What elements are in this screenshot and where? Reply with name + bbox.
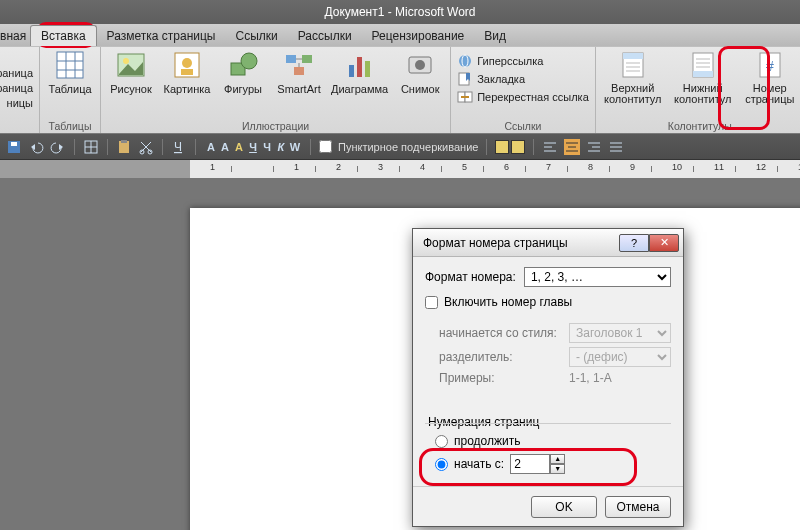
dialog-title: Формат номера страницы	[423, 236, 568, 250]
svg-point-6	[123, 58, 129, 64]
bookmark-button[interactable]: Закладка	[457, 71, 589, 87]
continue-label: продолжить	[454, 434, 520, 448]
bookmark-label: Закладка	[477, 73, 525, 85]
tab-home-cut[interactable]: вная	[0, 26, 30, 46]
svg-rect-41	[11, 142, 17, 146]
picture-icon	[115, 49, 147, 81]
screenshot-button[interactable]: Снимок	[396, 49, 444, 95]
svg-point-11	[241, 53, 257, 69]
footer-button[interactable]: Нижнийколонтитул	[672, 49, 734, 105]
tab-review[interactable]: Рецензирование	[362, 26, 475, 46]
chart-icon	[344, 49, 376, 81]
spin-down[interactable]: ▼	[550, 464, 565, 474]
chart-button[interactable]: Диаграмма	[331, 49, 388, 95]
style-letters: AAAЧЧКW	[204, 141, 302, 153]
screenshot-icon	[404, 49, 436, 81]
svg-point-8	[182, 58, 192, 68]
svg-rect-12	[286, 55, 296, 63]
page-number-format-dialog: Формат номера страницы ? ✕ Формат номера…	[412, 228, 684, 527]
footer-label: Нижнийколонтитул	[674, 83, 732, 105]
dotted-underline-checkbox[interactable]	[319, 140, 332, 153]
separator-label: разделитель:	[439, 350, 563, 364]
tab-references[interactable]: Ссылки	[225, 26, 287, 46]
cancel-button[interactable]: Отмена	[605, 496, 671, 518]
svg-point-22	[459, 55, 471, 67]
smartart-label: SmartArt	[277, 83, 320, 95]
svg-rect-9	[181, 69, 193, 75]
page-number-button[interactable]: # Номерстраницы	[742, 49, 798, 105]
page-number-icon: #	[754, 49, 786, 81]
align-center-icon[interactable]	[564, 139, 580, 155]
number-format-label: Формат номера:	[425, 270, 516, 284]
examples-label: Примеры:	[439, 371, 563, 385]
links-group-label: Ссылки	[504, 118, 541, 132]
ok-button[interactable]: OK	[531, 496, 597, 518]
chart-label: Диаграмма	[331, 83, 388, 95]
ribbon: раница раница ницы Таблица Таблицы Рисун…	[0, 46, 800, 134]
pages-cut-1: раница	[0, 67, 33, 80]
underline-icon[interactable]: Ч	[171, 139, 187, 155]
bookmark-icon	[457, 71, 473, 87]
picture-button[interactable]: Рисунок	[107, 49, 155, 95]
number-format-select[interactable]: 1, 2, 3, …	[524, 267, 671, 287]
headerfooter-group-label: Колонтитулы	[668, 118, 732, 132]
redo-icon[interactable]	[50, 139, 66, 155]
ribbon-tabs: вная Вставка Разметка страницы Ссылки Ра…	[0, 24, 800, 46]
save-icon[interactable]	[6, 139, 22, 155]
smartart-button[interactable]: SmartArt	[275, 49, 323, 95]
spin-up[interactable]: ▲	[550, 454, 565, 464]
shapes-icon	[227, 49, 259, 81]
clipart-label: Картинка	[164, 83, 211, 95]
table-icon-small[interactable]	[83, 139, 99, 155]
align-justify-icon[interactable]	[608, 139, 624, 155]
undo-icon[interactable]	[28, 139, 44, 155]
paste-icon[interactable]	[116, 139, 132, 155]
header-icon	[617, 49, 649, 81]
include-chapter-checkbox[interactable]	[425, 296, 438, 309]
continue-radio[interactable]	[435, 435, 448, 448]
align-right-icon[interactable]	[586, 139, 602, 155]
start-at-radio[interactable]	[435, 458, 448, 471]
table-button[interactable]: Таблица	[46, 49, 94, 95]
mini-toolbar: Ч AAAЧЧКW Пунктирное подчеркивание	[0, 134, 800, 160]
tab-view[interactable]: Вид	[474, 26, 516, 46]
pages-cut-2: раница	[0, 82, 33, 95]
svg-text:Ч: Ч	[174, 140, 182, 154]
svg-rect-18	[357, 57, 362, 77]
shapes-label: Фигуры	[224, 83, 262, 95]
picture-label: Рисунок	[110, 83, 152, 95]
screenshot-label: Снимок	[401, 83, 440, 95]
dialog-close-button[interactable]: ✕	[649, 234, 679, 252]
crossref-button[interactable]: Перекрестная ссылка	[457, 89, 589, 105]
examples-value: 1-1, 1-A	[569, 371, 612, 385]
start-at-label: начать с:	[454, 457, 504, 471]
start-at-spinner[interactable]: ▲▼	[510, 454, 565, 474]
clipart-icon	[171, 49, 203, 81]
window-title: Документ1 - Microsoft Word	[0, 0, 800, 24]
tab-page-layout[interactable]: Разметка страницы	[97, 26, 226, 46]
header-label: Верхнийколонтитул	[604, 83, 662, 105]
header-button[interactable]: Верхнийколонтитул	[602, 49, 664, 105]
start-at-input[interactable]	[510, 454, 550, 474]
dialog-titlebar[interactable]: Формат номера страницы ? ✕	[413, 229, 683, 257]
page-number-label: Номерстраницы	[745, 83, 794, 105]
starts-with-style-label: начинается со стиля:	[439, 326, 563, 340]
footer-icon	[687, 49, 719, 81]
svg-rect-19	[365, 61, 370, 77]
shapes-button[interactable]: Фигуры	[219, 49, 267, 95]
illustrations-group-label: Иллюстрации	[242, 118, 309, 132]
svg-rect-17	[349, 65, 354, 77]
cut-icon[interactable]	[138, 139, 154, 155]
tables-group-label: Таблицы	[49, 118, 92, 132]
svg-rect-0	[57, 52, 83, 78]
svg-rect-14	[294, 67, 304, 75]
tab-insert[interactable]: Вставка	[30, 25, 97, 46]
highlight-icons[interactable]	[495, 140, 525, 154]
dialog-help-button[interactable]: ?	[619, 234, 649, 252]
svg-rect-48	[121, 140, 127, 143]
align-left-icon[interactable]	[542, 139, 558, 155]
svg-rect-13	[302, 55, 312, 63]
hyperlink-button[interactable]: Гиперссылка	[457, 53, 589, 69]
clipart-button[interactable]: Картинка	[163, 49, 211, 95]
tab-mailings[interactable]: Рассылки	[288, 26, 362, 46]
